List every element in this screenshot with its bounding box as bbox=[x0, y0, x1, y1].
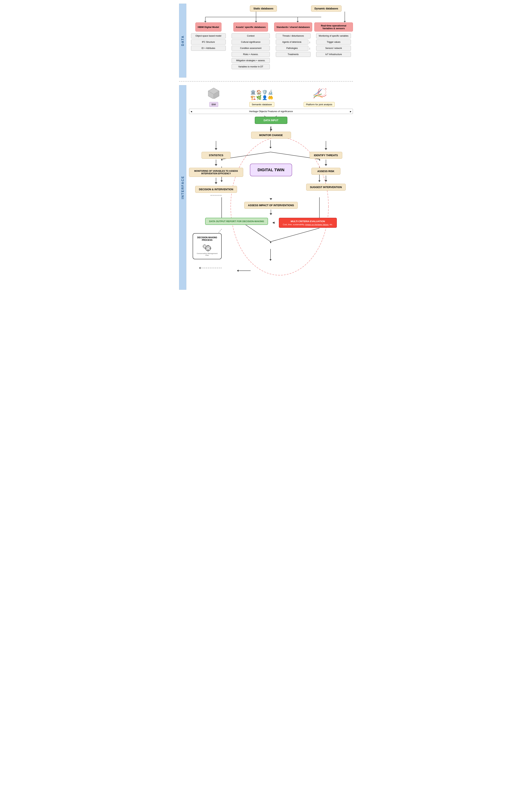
assets-item-3: Risks + Assess. bbox=[232, 52, 270, 57]
data-section-label: DATA bbox=[179, 4, 186, 77]
bim-badge: BIM bbox=[209, 102, 218, 107]
multi-criteria-title: MULTI CRITERIA EVALUATION bbox=[283, 220, 333, 223]
gear-icons bbox=[196, 243, 218, 252]
svg-marker-9 bbox=[344, 21, 346, 22]
svg-marker-7 bbox=[297, 21, 299, 22]
standards-column: Standards / shared databases Threats / d… bbox=[274, 22, 312, 58]
statistics-box: STATISTICS bbox=[202, 152, 230, 159]
realtime-item-1: Trigger values bbox=[316, 39, 351, 44]
svg-point-59 bbox=[204, 246, 205, 247]
static-databases-box: Static databases bbox=[250, 5, 277, 12]
semantic-icons: 🏛️ 🏠 🛡️ 🔬 🏗️ 🌿 👤 🤲 bbox=[250, 90, 273, 100]
standards-header: Standards / shared databases bbox=[274, 22, 312, 32]
svg-rect-63 bbox=[206, 246, 207, 247]
semantic-node: 🏛️ 🏠 🛡️ 🔬 🏗️ 🌿 👤 🤲 Semantic database bbox=[249, 90, 274, 107]
assets-header: Assets' specific databases bbox=[233, 22, 268, 32]
svg-rect-60 bbox=[204, 244, 205, 245]
tree-lines-svg bbox=[189, 12, 353, 22]
svg-point-53 bbox=[207, 247, 209, 249]
semantic-badge: Semantic database bbox=[249, 102, 274, 107]
svg-line-16 bbox=[314, 90, 321, 98]
platform-node: Platform for joint analysis bbox=[304, 89, 335, 107]
svg-line-18 bbox=[314, 94, 322, 97]
arrow-1 bbox=[270, 129, 272, 131]
decision-making-box: DECISION MAKING PROCESS bbox=[193, 233, 222, 259]
svg-rect-61 bbox=[204, 248, 205, 248]
realtime-column: Real-time operationnal Variables & senso… bbox=[314, 22, 353, 58]
assess-impact-box: ASSESS IMPACT OF INTERVENTIONS bbox=[244, 202, 298, 209]
svg-rect-62 bbox=[203, 246, 204, 247]
svg-marker-5 bbox=[204, 21, 206, 22]
data-output-box: DATA OUTPUT REPORT FOR DECISION-MAKING bbox=[205, 218, 268, 225]
standards-item-2: Pathologies bbox=[276, 46, 308, 51]
assets-column: Assets' specific databases Context Cultu… bbox=[229, 22, 272, 70]
platform-badge: Platform for joint analysis bbox=[304, 102, 335, 107]
hbim-column: HBIM Digital Model Object-space based mo… bbox=[189, 22, 228, 52]
assets-item-0: Context bbox=[232, 33, 270, 38]
bim-icon bbox=[207, 87, 220, 101]
svg-rect-54 bbox=[208, 245, 209, 246]
hbim-header: HBIM Digital Model bbox=[195, 22, 222, 32]
dynamic-databases-box: Dynamic databases bbox=[311, 5, 342, 12]
svg-rect-57 bbox=[210, 248, 211, 249]
hbim-item-2: ID + Attributes bbox=[191, 46, 226, 51]
platform-icon bbox=[312, 89, 326, 101]
heritage-bar: Heritage Objects/ Features of significan… bbox=[189, 109, 353, 114]
svg-line-17 bbox=[314, 89, 322, 96]
decision-intervention-box: DECISION & INTERVENTION bbox=[195, 186, 237, 193]
assets-item-5: Variables to monitor in DT bbox=[232, 64, 270, 69]
identify-threats-box: IDENTIFY THREATS bbox=[310, 152, 342, 159]
monitoring-vars-box: MONITORING OF VARIABLES TO ASSESS INTERV… bbox=[189, 168, 243, 177]
data-input-box: DATA INPUT bbox=[255, 117, 287, 124]
realtime-header: Real-time operationnal Variables & senso… bbox=[314, 22, 353, 32]
standards-item-1: Agents of deteriorat. bbox=[276, 39, 308, 44]
svg-marker-6 bbox=[255, 21, 257, 22]
standards-item-0: Threats / disturbances bbox=[276, 33, 310, 38]
interface-section-label: INTERFACE bbox=[179, 85, 186, 290]
assets-item-2: Condition assessment bbox=[232, 46, 270, 51]
decision-making-label: DECISION MAKING PROCESS bbox=[196, 236, 218, 241]
multi-criteria-sub: Cost, time, sustainability, impact on He… bbox=[283, 223, 333, 226]
arrow-2 bbox=[270, 198, 272, 200]
multi-criteria-box: MULTI CRITERIA EVALUATION Cost, time, su… bbox=[279, 218, 337, 228]
hbim-item-1: IFC Structure bbox=[191, 39, 226, 44]
interface-top-row: BIM 🏛️ 🏠 🛡️ 🔬 🏗️ 🌿 👤 🤲 Semantic database bbox=[189, 87, 353, 107]
monitor-change-box: MONITOR CHANGE bbox=[251, 132, 291, 138]
section-divider bbox=[179, 81, 353, 81]
hbim-item-0: Object-space based model bbox=[191, 33, 226, 38]
realtime-item-2: Sensors' network bbox=[316, 46, 351, 51]
digital-twin-box: DIGITAL TWIN bbox=[250, 164, 292, 176]
decision-making-sub: Conservation Management Plan bbox=[196, 253, 218, 256]
suggest-intervention-box: SUGGEST INTERVENTION bbox=[306, 184, 346, 191]
assets-item-1: Cultural significance bbox=[232, 39, 270, 44]
realtime-item-3: IoT Infrastructure bbox=[316, 52, 351, 57]
standards-item-3: Treatments bbox=[276, 52, 310, 57]
svg-rect-55 bbox=[208, 250, 209, 251]
bim-node: BIM bbox=[207, 87, 220, 107]
assets-item-4: Mitigation strategies + assess. bbox=[232, 58, 270, 63]
realtime-item-0: Monitoring of specific variables bbox=[316, 33, 351, 38]
connector-1 bbox=[271, 126, 271, 129]
assess-risk-box: ASSESS RISK bbox=[311, 168, 340, 175]
